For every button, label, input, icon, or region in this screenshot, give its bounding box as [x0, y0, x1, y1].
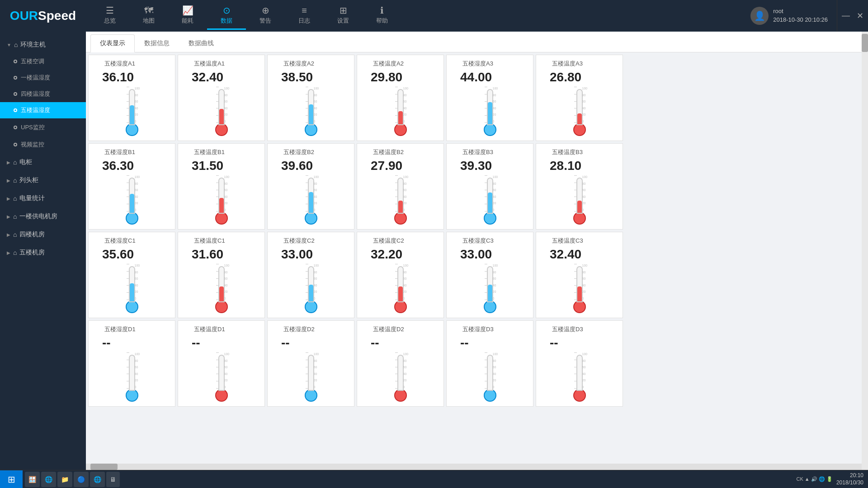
therm-fill — [309, 192, 313, 213]
sensor-label-A3-hum: 五楼湿度A3 — [462, 60, 493, 68]
sensor-card-A3-temp: 五楼温度A326.80100806040200 — [536, 55, 623, 141]
sidebar-group-video: 视频监控 — [0, 136, 86, 153]
sensor-label-C1-temp: 五楼温度C1 — [194, 237, 225, 245]
sensor-value-A1-hum: 36.10 — [102, 70, 134, 84]
taskbar-item-4[interactable]: 🌐 — [90, 472, 105, 487]
logo-our: OUR — [10, 9, 38, 23]
sensor-label-C2-temp: 五楼温度C2 — [373, 237, 404, 245]
therm-bulb — [573, 123, 586, 136]
sensor-card-B1-temp: 五楼温度B131.50100806040200 — [178, 143, 265, 230]
bottom-scroll-thumb[interactable] — [90, 464, 118, 470]
therm-bulb — [394, 300, 407, 313]
sidebar-item-floor4-temp[interactable]: 四楼温湿度 — [0, 86, 86, 102]
sensor-label-A1-hum: 五楼湿度A1 — [104, 60, 135, 68]
sidebar-group-header-power-stat[interactable]: ▶⌂电量统计 — [0, 190, 86, 207]
right-scrollbar[interactable] — [862, 32, 868, 470]
tab-data-curve[interactable]: 数据曲线 — [179, 34, 223, 52]
nav-item-alert[interactable]: ⊕警告 — [246, 1, 285, 30]
icon-floor4-room: ⌂ — [13, 231, 17, 238]
therm-tube — [129, 266, 135, 302]
sidebar-item-floor5-ac[interactable]: 五楼空调 — [0, 53, 86, 70]
therm-tube — [308, 266, 314, 302]
dot-ups — [14, 126, 17, 129]
sensor-value-D2-hum: -- — [281, 336, 290, 350]
therm-fill — [219, 109, 224, 124]
tab-display[interactable]: 仪表显示 — [90, 34, 135, 52]
sensor-label-B1-hum: 五楼湿度B1 — [104, 148, 135, 156]
taskbar-item-1[interactable]: 🌐 — [41, 472, 56, 487]
therm-tube — [129, 355, 135, 391]
taskbar-item-5[interactable]: 🖥 — [106, 472, 120, 487]
sidebar-group-header-floor5-room[interactable]: ▶⌂五楼机房 — [0, 244, 86, 261]
sensor-label-D2-temp: 五楼温度D2 — [373, 325, 404, 333]
close-button[interactable]: ✕ — [857, 11, 863, 21]
therm-bulb — [305, 123, 317, 136]
therm-bulb — [305, 212, 317, 225]
nav-item-help[interactable]: ℹ帮助 — [363, 1, 401, 30]
sidebar-group-header-row-cabinet[interactable]: ▶⌂列头柜 — [0, 172, 86, 189]
arrow-power-stat: ▶ — [7, 196, 10, 201]
arrow-env-host: ▼ — [7, 42, 11, 47]
sensor-card-C3-hum: 五楼湿度C333.00100806040200 — [446, 232, 533, 318]
sensor-label-C3-hum: 五楼湿度C3 — [462, 237, 494, 245]
sensor-card-B1-hum: 五楼湿度B136.30100806040200 — [88, 143, 175, 230]
icon-env-host: ⌂ — [14, 41, 18, 48]
thermometer-blue: 100806040200 — [305, 264, 317, 313]
sensor-card-B3-hum: 五楼湿度B339.30100806040200 — [446, 143, 533, 230]
sidebar-item-floor1-temp[interactable]: 一楼温湿度 — [0, 70, 86, 86]
therm-tube — [576, 178, 583, 214]
nav-item-energy[interactable]: 📈能耗 — [168, 1, 207, 30]
sidebar-item-floor5-temp[interactable]: 五楼温湿度 — [0, 102, 86, 118]
sensor-value-C3-hum: 33.00 — [460, 247, 492, 262]
start-button[interactable]: ⊞ — [0, 470, 23, 488]
sensor-value-A2-hum: 38.50 — [281, 70, 313, 84]
nav-label-data: 数据 — [221, 17, 232, 25]
therm-tube — [397, 355, 404, 391]
sidebar-group-power-stat: ▶⌂电量统计 — [0, 190, 86, 207]
nav-item-data[interactable]: ⊙数据 — [207, 1, 246, 30]
sidebar-item-ups[interactable]: UPS监控 — [0, 119, 86, 136]
bottom-scroll[interactable] — [86, 464, 862, 470]
content-area: 仪表显示数据信息数据曲线 五楼湿度A136.10100806040200五楼温度… — [86, 32, 862, 470]
sidebar-item-video[interactable]: 视频监控 — [0, 136, 86, 153]
nav-item-map[interactable]: 🗺地图 — [129, 2, 168, 30]
sensor-label-C2-hum: 五楼湿度C2 — [283, 237, 315, 245]
sensor-value-D2-temp: -- — [371, 336, 379, 350]
therm-bulb — [394, 389, 407, 402]
nav-item-settings[interactable]: ⊞设置 — [324, 1, 363, 30]
sidebar-group-header-floor4-room[interactable]: ▶⌂四楼机房 — [0, 226, 86, 243]
sidebar-group-header-env-host[interactable]: ▼⌂环境主机 — [0, 36, 86, 53]
thermometer-red: 100806040200 — [573, 352, 586, 402]
minimize-button[interactable]: — — [842, 11, 850, 20]
sensor-label-C3-temp: 五楼温度C3 — [552, 237, 583, 245]
therm-fill — [130, 194, 134, 213]
therm-bulb — [305, 300, 317, 313]
sensor-card-B3-temp: 五楼温度B328.10100806040200 — [536, 143, 623, 230]
thermometer-blue: 100806040200 — [305, 87, 317, 136]
therm-tube — [487, 266, 493, 302]
sidebar-group-header-floor1-power[interactable]: ▶⌂一楼供电机房 — [0, 208, 86, 225]
therm-bulb — [126, 300, 138, 313]
taskbar-item-2[interactable]: 📁 — [57, 472, 72, 487]
scrollbar-thumb[interactable] — [862, 34, 868, 52]
sensor-value-B3-hum: 39.30 — [460, 159, 492, 173]
sidebar-group-header-elec-cabinet[interactable]: ▶⌂电柜 — [0, 154, 86, 171]
taskbar-item-3[interactable]: 🔵 — [74, 472, 89, 487]
nav-icon-map: 🗺 — [144, 5, 153, 16]
therm-bulb — [573, 389, 586, 402]
therm-tube — [129, 178, 135, 214]
sensor-row-row4: 五楼湿度D1--100806040200五楼温度D1--100806040200… — [88, 320, 859, 407]
taskbar-item-0[interactable]: 🪟 — [25, 472, 40, 487]
therm-bulb — [484, 212, 496, 225]
tab-data-info[interactable]: 数据信息 — [135, 34, 179, 52]
nav-item-log[interactable]: ≡日志 — [285, 2, 324, 30]
sensor-value-B1-temp: 31.50 — [192, 159, 223, 173]
therm-tube — [308, 89, 314, 125]
therm-bulb — [484, 123, 496, 136]
sensor-card-D2-temp: 五楼温度D2--100806040200 — [357, 320, 444, 407]
nav-label-log: 日志 — [298, 17, 310, 25]
sensor-card-C1-hum: 五楼湿度C135.60100806040200 — [88, 232, 175, 318]
sensor-value-A3-hum: 44.00 — [460, 70, 492, 84]
therm-fill — [219, 286, 224, 301]
nav-item-overview[interactable]: ☰总览 — [90, 1, 129, 30]
